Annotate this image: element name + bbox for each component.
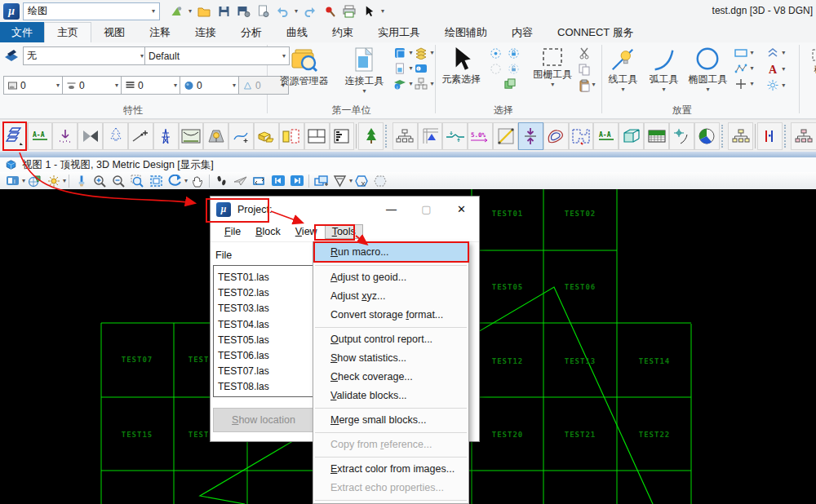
- tab-curves[interactable]: 曲线: [274, 22, 320, 42]
- file-list-item[interactable]: TEST01.las: [214, 270, 313, 285]
- fly-icon[interactable]: [231, 173, 250, 188]
- histogram-icon[interactable]: [330, 122, 355, 150]
- paintbrush-icon[interactable]: [72, 173, 91, 188]
- file-list-item[interactable]: TEST05.las: [214, 333, 313, 348]
- item-info-icon[interactable]: i: [412, 60, 430, 76]
- zoom-window-icon[interactable]: [128, 173, 147, 188]
- window-sag-icon[interactable]: [179, 122, 204, 150]
- active-color-combo[interactable]: 0▾: [62, 76, 122, 95]
- attach-tools-button[interactable]: 连接工具 ▾: [339, 44, 389, 95]
- copy-view-icon[interactable]: [312, 173, 330, 188]
- pie-chart-icon[interactable]: [694, 122, 720, 150]
- microstation-logo-icon[interactable]: µ: [3, 3, 20, 20]
- tab-annotate[interactable]: 注释: [137, 22, 183, 42]
- active-style-combo[interactable]: 无▾: [23, 46, 148, 65]
- curve-crosshair-icon[interactable]: [669, 122, 694, 150]
- save-settings-icon[interactable]: [233, 2, 253, 20]
- walk-icon[interactable]: [212, 173, 231, 188]
- file-list-item[interactable]: TEST08.las: [214, 379, 313, 395]
- active-attributes-icon[interactable]: [3, 47, 20, 64]
- menu-item-check-coverage[interactable]: Check coverage...: [313, 368, 468, 387]
- select-unlock-icon[interactable]: [504, 61, 522, 77]
- menu-item-extract-echo-properties[interactable]: Extract echo properties...: [313, 479, 468, 497]
- org-chart-yellow-icon[interactable]: [728, 122, 753, 150]
- smooth-curve-icon[interactable]: [228, 122, 254, 150]
- change-view-icon[interactable]: [250, 173, 268, 188]
- menu-item-copy-from-reference[interactable]: Copy from reference...: [313, 435, 468, 454]
- minimize-icon[interactable]: —: [374, 197, 409, 222]
- tab-attach[interactable]: 连接: [183, 22, 228, 42]
- deselect-icon[interactable]: [486, 61, 504, 77]
- footprint-maze-icon[interactable]: [569, 122, 594, 150]
- tab-content[interactable]: 内容: [499, 22, 545, 42]
- drop-points-icon[interactable]: [52, 122, 78, 150]
- tab-view[interactable]: 视图: [91, 22, 137, 42]
- redo-icon[interactable]: [300, 2, 320, 20]
- point-icon[interactable]: [732, 76, 750, 91]
- corner-triangle-icon[interactable]: [418, 122, 443, 150]
- open-folder-icon[interactable]: [194, 2, 214, 20]
- org-chart-icon[interactable]: [392, 122, 418, 150]
- save-icon[interactable]: [214, 2, 233, 20]
- explorer-button[interactable]: 资源管理器: [272, 44, 335, 88]
- tab-utilities[interactable]: 实用工具: [366, 22, 432, 42]
- levels-icon[interactable]: [412, 45, 430, 60]
- active-material-combo[interactable]: 0▾: [180, 76, 240, 95]
- view-previous-icon[interactable]: [268, 173, 287, 188]
- named-groups-icon[interactable]: [412, 76, 430, 91]
- clip-mask-icon[interactable]: [353, 173, 371, 188]
- file-list[interactable]: TEST01.las TEST02.las TEST03.las TEST04.…: [213, 265, 313, 397]
- chevron-down-icon[interactable]: ▾: [186, 8, 194, 15]
- tab-analyze[interactable]: 分析: [228, 22, 274, 42]
- dialog-title-bar[interactable]: µ Project: — ▢ ✕: [211, 197, 479, 222]
- profile-arrows-icon[interactable]: [442, 122, 468, 150]
- menu-block[interactable]: Block: [248, 224, 288, 239]
- road-lamp-icon[interactable]: [203, 122, 228, 150]
- brightness-icon[interactable]: [44, 173, 63, 188]
- file-list-item[interactable]: TEST03.las: [214, 301, 313, 316]
- element-selection-quick-icon[interactable]: [359, 2, 379, 20]
- paste-icon[interactable]: [575, 77, 593, 93]
- rectangle-icon[interactable]: [732, 45, 750, 60]
- line-tools-button[interactable]: 线工具▾: [603, 44, 642, 93]
- menu-item-run-macro[interactable]: Run macro...: [313, 242, 468, 263]
- select-individual-icon[interactable]: [486, 46, 504, 61]
- menu-tools[interactable]: Tools: [325, 224, 363, 239]
- ellipse-tools-button[interactable]: 椭圆工具▾: [685, 44, 730, 93]
- triangulate-icon[interactable]: [78, 122, 103, 150]
- conifer-icon[interactable]: [358, 122, 384, 150]
- tab-constraints[interactable]: 约束: [320, 22, 366, 42]
- move-button-partial[interactable]: 移: [803, 46, 816, 77]
- place-text-icon[interactable]: A: [764, 61, 782, 77]
- tab-file[interactable]: 文件: [0, 22, 44, 42]
- updown-arrows-icon[interactable]: [518, 122, 543, 150]
- stacked-slabs-icon[interactable]: [2, 122, 28, 150]
- pointer-caret-icon[interactable]: ▾: [379, 8, 387, 15]
- pan-view-icon[interactable]: [188, 173, 206, 188]
- file-list-item[interactable]: TEST04.las: [214, 317, 313, 333]
- diagonal-section-icon[interactable]: [493, 122, 518, 150]
- file-list-item[interactable]: TEST07.las: [214, 364, 313, 379]
- coverage-rect-icon[interactable]: [644, 122, 669, 150]
- references-icon[interactable]: i: [391, 76, 409, 91]
- section-aa-2-icon[interactable]: A-A: [593, 122, 619, 150]
- bars-red-blue-icon[interactable]: [757, 122, 783, 150]
- models-icon[interactable]: [391, 45, 409, 60]
- active-level-combo[interactable]: 0▾: [3, 76, 64, 95]
- menu-item-adjust-xyz[interactable]: Adjust xyz...: [313, 287, 468, 306]
- section-aa-icon[interactable]: A-A: [28, 122, 53, 150]
- select-lock-icon[interactable]: [504, 46, 522, 61]
- clip-boundary-icon[interactable]: [371, 173, 390, 188]
- file-list-item[interactable]: TEST02.las: [214, 285, 313, 301]
- menu-item-merge-small-blocks[interactable]: Merge small blocks...: [313, 411, 468, 430]
- blocks-3d-icon[interactable]: [254, 122, 279, 150]
- zoom-out-icon[interactable]: [109, 173, 128, 188]
- menu-item-extract-color-from-images[interactable]: Extract color from images...: [313, 460, 468, 479]
- menu-file[interactable]: File: [217, 224, 248, 239]
- print-organizer-icon[interactable]: [253, 2, 273, 20]
- menu-item-output-control-report[interactable]: Output control report...: [313, 330, 468, 349]
- contours-icon[interactable]: [543, 122, 569, 150]
- rect-compare-icon[interactable]: [279, 122, 304, 150]
- view-next-icon[interactable]: [287, 173, 306, 188]
- view-attributes-icon[interactable]: i: [3, 173, 22, 188]
